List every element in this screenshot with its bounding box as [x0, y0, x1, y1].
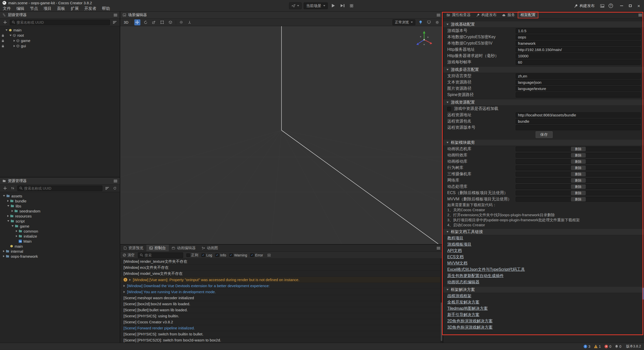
menu-project[interactable]: 项目 [41, 6, 54, 11]
delete-ecs-button[interactable]: 删除 [571, 191, 586, 195]
menu-file[interactable]: 文件 [0, 6, 14, 11]
tab-animation-editor[interactable]: 动画编辑器 [169, 245, 199, 251]
doc-link-animator-editor[interactable]: 动画状态机编辑器 [447, 280, 479, 285]
warning-count[interactable]: !1 [594, 344, 601, 348]
section-header-resource[interactable]: 游戏资源配置 [443, 99, 644, 106]
screenshot-button[interactable] [599, 3, 606, 9]
delete-camera-button[interactable]: 删除 [571, 172, 586, 176]
expand-arrow-icon[interactable] [124, 291, 125, 293]
solution-link-wargame[interactable]: 战棋游戏框架 [447, 293, 471, 299]
asset-node-libs[interactable]: libs [0, 203, 120, 208]
expand-arrow-icon[interactable] [7, 220, 9, 222]
clear-console-button[interactable]: 清空 [123, 253, 135, 257]
section-header-game-basic[interactable]: 游戏基础配置 [443, 21, 644, 28]
remote-version-input[interactable] [516, 125, 641, 130]
remote-url-input[interactable] [516, 112, 641, 118]
collapse-logs-button[interactable] [266, 252, 272, 258]
scrollbar-thumb[interactable] [441, 302, 442, 341]
doc-link-api[interactable]: API文档 [447, 248, 462, 253]
crypto-iv-input[interactable] [516, 41, 641, 46]
solution-link-guide[interactable]: 新手引导解决方案 [447, 312, 479, 318]
console-message[interactable]: [Window] model_view文件夹不存在 [120, 271, 443, 277]
sort-assets-button[interactable] [10, 186, 15, 191]
close-button[interactable]: × [634, 2, 643, 10]
console-message[interactable]: [Scene] [PHYSICS]: using builtin. [120, 313, 443, 319]
delete-network-button[interactable]: 删除 [571, 178, 586, 183]
console-search[interactable] [138, 252, 183, 258]
hierarchy-search-input[interactable] [17, 20, 108, 24]
menu-help[interactable]: 帮助 [99, 6, 113, 11]
coordinate-toggle-button[interactable] [187, 19, 193, 25]
help-button[interactable]: ? [607, 3, 614, 9]
console-message[interactable]: [Window] render_texture文件夹不存在 [120, 259, 443, 265]
assets-search-input[interactable] [24, 186, 100, 190]
regex-checkbox[interactable]: 正则 [186, 253, 198, 257]
doc-link-mvvm[interactable]: MVVM文档 [447, 261, 467, 266]
solution-link-3d-rpg[interactable]: 3D角色扮演游戏解决方案 [447, 325, 493, 330]
section-header-modules[interactable]: 框架模块裁剪 [443, 139, 644, 146]
menu-developer[interactable]: 开发者 [82, 6, 99, 11]
lighting-toggle-button[interactable] [418, 19, 424, 25]
lock-icon[interactable] [2, 45, 4, 48]
expand-arrow-icon[interactable] [16, 235, 17, 237]
pivot-toggle-button[interactable] [178, 19, 184, 25]
asset-node-main-ts[interactable]: TSMain [0, 239, 120, 244]
doc-link-excel-tool[interactable]: Excel格式转Json文件与TypeScript代码工具 [447, 267, 525, 272]
section-header-solutions[interactable]: 框架解决方案 [443, 286, 644, 293]
spine-path-input[interactable] [516, 92, 641, 98]
asset-node-common[interactable]: common [0, 229, 120, 234]
refresh-assets-button[interactable] [112, 186, 117, 191]
view-mode-dropdown[interactable]: 正常浏览 [392, 19, 415, 25]
crypto-key-input[interactable] [516, 34, 641, 40]
expand-arrow-icon[interactable] [6, 29, 8, 31]
console-search-input[interactable] [145, 253, 181, 257]
tab-framework-config[interactable]: 框架配置 [518, 12, 538, 18]
expand-arrow-icon[interactable] [14, 45, 15, 47]
rect-tool-button[interactable] [159, 19, 165, 25]
delete-behavior-tree-button[interactable]: 删除 [571, 166, 586, 170]
tab-service[interactable]: 服务 [499, 12, 518, 18]
expand-arrow-icon[interactable] [12, 210, 13, 212]
inspector-scrollbar-thumb[interactable] [642, 288, 644, 300]
doc-link-ecs[interactable]: ECS文档 [447, 254, 464, 260]
console-message-info[interactable]: [Window] Download the Vue Devtools exten… [120, 283, 443, 289]
console-message[interactable]: [Window] ecs文件夹不存在 [120, 265, 443, 271]
create-node-button[interactable] [2, 20, 8, 25]
panel-menu-icon[interactable] [638, 14, 642, 16]
expand-arrow-icon[interactable] [124, 285, 125, 287]
console-message[interactable]: [Scene] [PHYSICS]: switch from builtin t… [120, 331, 443, 337]
filter-assets-button[interactable] [104, 186, 110, 191]
error-count[interactable]: ×0 [605, 344, 611, 348]
tab-console[interactable]: 控制台 [146, 245, 169, 251]
section-header-language[interactable]: 游戏多语言配置 [443, 66, 644, 73]
hierarchy-node-game[interactable]: game [0, 38, 120, 43]
tab-property-inspector[interactable]: 属性检查器 [444, 12, 473, 18]
filter-warning-checkbox[interactable]: Warning [229, 253, 247, 257]
panel-menu-icon[interactable] [437, 14, 440, 16]
tab-asset-preview[interactable]: 资源预览 [121, 245, 146, 251]
layout-grid-button[interactable] [348, 2, 355, 9]
info-count[interactable]: i3 [584, 344, 590, 348]
panel-menu-icon[interactable] [114, 180, 117, 182]
delete-move-button[interactable]: 删除 [571, 159, 586, 164]
console-message[interactable]: [Scene] [box2d]:box2d wasm lib loaded. [120, 301, 443, 307]
console-message[interactable]: [Scene] meshopt wasm decoder initialized [120, 295, 443, 301]
filter-error-checkbox[interactable]: Error [250, 253, 263, 257]
maximize-button[interactable] [626, 2, 634, 10]
asset-node-resources[interactable]: resources [0, 213, 120, 218]
scene-viewport[interactable] [120, 26, 443, 244]
asset-node-game[interactable]: game [0, 224, 120, 229]
projection-toggle-button[interactable]: 3D [123, 20, 130, 24]
doc-link-hotupdate-plugin[interactable]: 原生包热更新配置自动生成插件 [447, 273, 504, 279]
console-message-info[interactable]: [Window] You are running Vue in developm… [120, 289, 443, 295]
minimize-button[interactable] [617, 2, 626, 10]
section-header-docs[interactable]: 框架文档工具链接 [443, 229, 644, 235]
expand-arrow-icon[interactable] [7, 205, 9, 207]
preview-platform-dropdown[interactable] [289, 2, 302, 9]
panel-menu-icon[interactable] [114, 14, 117, 16]
console-message[interactable]: [Scene] Cocos Creator v3.8.2 [120, 319, 443, 325]
asset-node-seedrandom[interactable]: seedrandom [0, 208, 120, 213]
filter-nodes-button[interactable] [112, 20, 117, 25]
tab-build-publish[interactable]: 构建发布 [473, 12, 499, 18]
build-publish-button[interactable]: 构建发布 [572, 2, 597, 10]
